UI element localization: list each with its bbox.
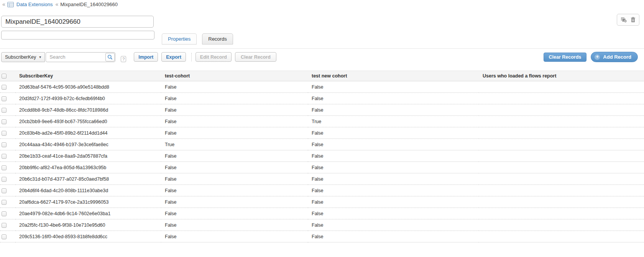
add-record-button[interactable]: + Add Record bbox=[591, 52, 638, 62]
table-row[interactable]: 20cdd8b8-9cb7-48db-86cc-8fdc7018986d Fal… bbox=[0, 104, 644, 116]
cell-test-cohort: False bbox=[161, 162, 308, 173]
cell-flows-report bbox=[479, 162, 644, 173]
table-row[interactable]: 20d3fd27-172f-4939-b72c-6cfedb69f4b0 Fal… bbox=[0, 93, 644, 104]
cell-subscriberkey: 20ae4979-082e-4db6-9c14-7602e6e03ba1 bbox=[15, 208, 161, 219]
breadcrumb-current: MixpanelDE_1640029660 bbox=[60, 2, 118, 7]
row-checkbox[interactable] bbox=[2, 85, 7, 90]
table-row[interactable]: 20af6dca-6627-4179-97ce-2a31c9996053 Fal… bbox=[0, 196, 644, 208]
row-checkbox[interactable] bbox=[2, 154, 7, 159]
cell-test-cohort: False bbox=[161, 231, 308, 242]
cell-subscriberkey: 20bb9f6c-af82-47ea-805d-f6a13963c95b bbox=[15, 162, 161, 173]
cell-test-cohort: False bbox=[161, 219, 308, 231]
table-row[interactable]: 20a2f5fc-f130-4be6-9f38-10e710e95d60 Fal… bbox=[0, 219, 644, 231]
cell-test-new-cohort: False bbox=[308, 208, 479, 219]
export-button[interactable]: Export bbox=[161, 52, 186, 62]
table-row[interactable]: 20b4d6f4-6dad-4c20-808b-1111e30abe3d Fal… bbox=[0, 185, 644, 196]
records-table-container: SubscriberKey test-cohort test new cohor… bbox=[0, 71, 644, 242]
add-record-label: Add Record bbox=[603, 54, 631, 60]
cell-subscriberkey: 20cdd8b8-9cb7-48db-86cc-8fdc7018986d bbox=[15, 104, 161, 116]
cell-flows-report bbox=[479, 208, 644, 219]
row-checkbox[interactable] bbox=[2, 211, 7, 216]
edit-record-button[interactable]: Edit Record bbox=[196, 52, 232, 62]
copy-record-icon[interactable] bbox=[621, 17, 627, 23]
cell-test-cohort: False bbox=[161, 93, 308, 104]
table-row[interactable]: 20ae4979-082e-4db6-9c14-7602e6e03ba1 Fal… bbox=[0, 208, 644, 219]
table-row[interactable]: 20d63baf-5476-4c95-9036-a90e5148bdd8 Fal… bbox=[0, 81, 644, 93]
back-chevron-icon[interactable]: « bbox=[2, 1, 5, 7]
column-header-test-cohort[interactable]: test-cohort bbox=[161, 71, 308, 81]
cell-flows-report bbox=[479, 219, 644, 231]
tab-records[interactable]: Records bbox=[202, 33, 233, 44]
cell-subscriberkey: 20d3fd27-172f-4939-b72c-6cfedb69f4b0 bbox=[15, 93, 161, 104]
import-button[interactable]: Import bbox=[134, 52, 158, 62]
row-checkbox[interactable] bbox=[2, 223, 7, 228]
cell-test-cohort: False bbox=[161, 173, 308, 185]
delete-icon[interactable] bbox=[631, 17, 636, 23]
tab-properties[interactable]: Properties bbox=[162, 33, 197, 44]
row-checkbox[interactable] bbox=[2, 177, 7, 182]
row-checkbox[interactable] bbox=[2, 96, 7, 101]
cell-flows-report bbox=[479, 93, 644, 104]
data-extension-icon[interactable] bbox=[7, 2, 14, 7]
table-row[interactable]: 20b6c31d-b07d-4377-a027-85c0aed7bf58 Fal… bbox=[0, 173, 644, 185]
row-checkbox[interactable] bbox=[2, 108, 7, 113]
table-row[interactable]: 20c44aaa-434c-4946-b197-3e3ce6fae8ec Tru… bbox=[0, 139, 644, 150]
cell-flows-report bbox=[479, 116, 644, 127]
table-row[interactable]: 20cb2bb9-9ee6-493f-bc67-755fcca66ed0 Fal… bbox=[0, 116, 644, 127]
breadcrumb: « Data Extensions « MixpanelDE_164002966… bbox=[2, 1, 118, 7]
breadcrumb-data-extensions-link[interactable]: Data Extensions bbox=[16, 2, 53, 7]
data-extension-name-input[interactable] bbox=[1, 16, 154, 28]
cell-test-new-cohort: False bbox=[308, 139, 479, 150]
table-row[interactable]: 20c83b4b-ad2e-45f0-89b2-6f2114dd1d44 Fal… bbox=[0, 127, 644, 139]
clear-record-button[interactable]: Clear Record bbox=[235, 52, 276, 62]
cell-subscriberkey: 209c5136-16f0-40ed-8593-81b8fe8dd6cc bbox=[15, 231, 161, 242]
records-table-body: 20d63baf-5476-4c95-9036-a90e5148bdd8 Fal… bbox=[0, 81, 644, 242]
column-header-subscriberkey[interactable]: SubscriberKey bbox=[15, 71, 161, 81]
column-header-test-new-cohort[interactable]: test new cohort bbox=[308, 71, 479, 81]
search-input[interactable] bbox=[46, 52, 115, 62]
cell-test-new-cohort: True bbox=[308, 116, 479, 127]
cell-test-new-cohort: False bbox=[308, 104, 479, 116]
row-checkbox[interactable] bbox=[2, 119, 7, 124]
cell-test-new-cohort: False bbox=[308, 81, 479, 93]
row-checkbox[interactable] bbox=[2, 142, 7, 147]
search-field-dropdown[interactable]: SubscriberKey ▾ bbox=[1, 52, 45, 62]
help-icon[interactable]: ? bbox=[121, 56, 126, 62]
table-header-row: SubscriberKey test-cohort test new cohor… bbox=[0, 71, 644, 81]
row-checkbox[interactable] bbox=[2, 188, 7, 193]
cell-subscriberkey: 20b6c31d-b07d-4377-a027-85c0aed7bf58 bbox=[15, 173, 161, 185]
clear-records-button[interactable]: Clear Records bbox=[544, 53, 587, 62]
cell-subscriberkey: 20a2f5fc-f130-4be6-9f38-10e710e95d60 bbox=[15, 219, 161, 231]
table-row[interactable]: 209c5136-16f0-40ed-8593-81b8fe8dd6cc Fal… bbox=[0, 231, 644, 242]
cell-flows-report bbox=[479, 231, 644, 242]
cell-flows-report bbox=[479, 150, 644, 162]
cell-test-cohort: False bbox=[161, 127, 308, 139]
row-checkbox[interactable] bbox=[2, 131, 7, 136]
column-header-flows-report[interactable]: Users who loaded a flows report bbox=[479, 71, 644, 81]
table-row[interactable]: 20bb9f6c-af82-47ea-805d-f6a13963c95b Fal… bbox=[0, 162, 644, 173]
toolbar-right-group: Clear Records + Add Record bbox=[544, 52, 643, 62]
select-all-checkbox[interactable] bbox=[2, 74, 7, 79]
search-box bbox=[46, 52, 115, 62]
records-toolbar: SubscriberKey ▾ ? Import Export Edit Rec… bbox=[0, 49, 644, 66]
page-header: « Data Extensions « MixpanelDE_164002966… bbox=[0, 0, 644, 49]
row-checkbox[interactable] bbox=[2, 234, 7, 239]
cell-test-cohort: True bbox=[161, 139, 308, 150]
records-table: SubscriberKey test-cohort test new cohor… bbox=[0, 71, 644, 242]
toolbar-divider bbox=[191, 53, 192, 61]
cell-test-new-cohort: False bbox=[308, 196, 479, 208]
cell-subscriberkey: 20b4d6f4-6dad-4c20-808b-1111e30abe3d bbox=[15, 185, 161, 196]
row-checkbox[interactable] bbox=[2, 165, 7, 170]
cell-subscriberkey: 20d63baf-5476-4c95-9036-a90e5148bdd8 bbox=[15, 81, 161, 93]
cell-test-new-cohort: False bbox=[308, 150, 479, 162]
table-row[interactable]: 20be1b33-ceaf-41ce-8aa9-2da057887cfa Fal… bbox=[0, 150, 644, 162]
cell-test-cohort: False bbox=[161, 104, 308, 116]
cell-test-cohort: False bbox=[161, 81, 308, 93]
cell-flows-report bbox=[479, 139, 644, 150]
cell-flows-report bbox=[479, 127, 644, 139]
cell-test-new-cohort: False bbox=[308, 93, 479, 104]
search-button[interactable] bbox=[105, 53, 115, 61]
cell-test-cohort: False bbox=[161, 208, 308, 219]
data-extension-description-input[interactable] bbox=[1, 31, 154, 40]
row-checkbox[interactable] bbox=[2, 200, 7, 205]
